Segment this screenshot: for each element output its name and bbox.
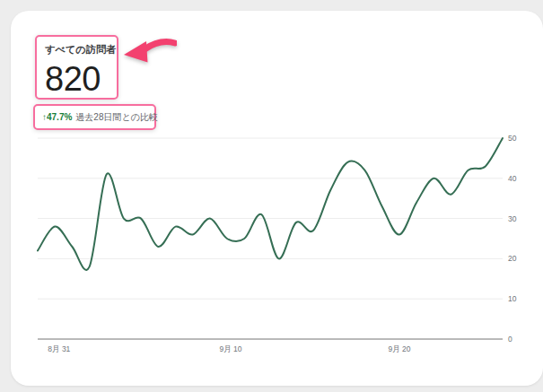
- metric-value: 820: [45, 62, 109, 96]
- y-tick-label: 30: [508, 214, 517, 223]
- comparison-badge: ↑47.7% 過去28日間との比較: [33, 104, 156, 130]
- annotation-arrow-icon: [119, 38, 177, 68]
- y-tick-label: 0: [508, 335, 512, 344]
- y-tick-label: 20: [508, 254, 517, 263]
- chart-axis-labels: 010203040508月 319月 109月 20: [48, 134, 516, 353]
- annotation-arrow-tail: [145, 42, 175, 49]
- metric-title: すべての訪問者: [45, 43, 109, 57]
- visitors-overview-card: 010203040508月 319月 109月 20 すべての訪問者 820 ↑…: [11, 11, 543, 386]
- all-visitors-metric-tile[interactable]: すべての訪問者 820: [35, 35, 118, 100]
- x-tick-label: 9月 20: [388, 344, 410, 353]
- annotation-arrow-head: [124, 41, 148, 63]
- chart-gridlines: [38, 138, 503, 339]
- y-tick-label: 50: [508, 134, 517, 143]
- x-tick-label: 9月 10: [219, 344, 241, 353]
- y-tick-label: 10: [508, 294, 517, 303]
- delta-comparison-label: 過去28日間との比較: [75, 111, 158, 124]
- y-tick-label: 40: [508, 174, 517, 183]
- x-tick-label: 8月 31: [48, 344, 70, 353]
- visitors-trend-line: [38, 138, 503, 270]
- delta-percentage: ↑47.7%: [42, 112, 72, 122]
